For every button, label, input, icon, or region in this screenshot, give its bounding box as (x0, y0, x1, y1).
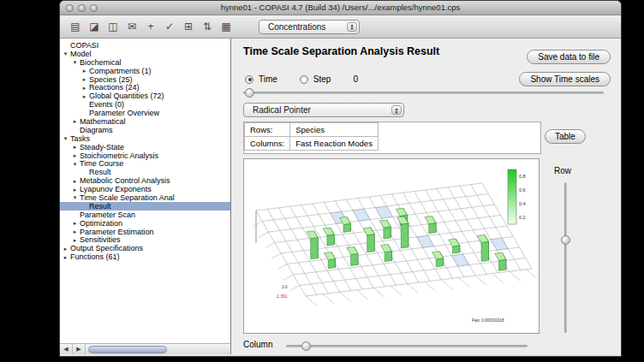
tree-item-compartments-1[interactable]: ▸Compartments (1) (60, 67, 230, 75)
step-value: 0 (353, 74, 358, 84)
tree-item-species-25[interactable]: ▸Species (25) (60, 75, 230, 84)
bar-front-face (436, 258, 444, 267)
tree-item-label: Optimization (79, 219, 122, 228)
tree-item-diagrams[interactable]: Diagrams (60, 126, 230, 134)
main-panel: Time Scale Separation Analysis Result Sa… (231, 39, 621, 354)
scroll-right-icon[interactable]: ▶ (73, 344, 86, 354)
scroll-left-icon[interactable]: ◀ (60, 344, 73, 354)
column-slider[interactable] (286, 345, 528, 347)
collapsed-triangle-icon[interactable]: ▸ (80, 75, 88, 83)
tree-item-events-0[interactable]: Events (0) (60, 100, 230, 109)
tree-item-reactions-24[interactable]: ▸Reactions (24) (60, 83, 230, 92)
tree-item-stoichiometric-analysis[interactable]: ▸Stoichiometric Analysis (60, 151, 230, 160)
step-radio[interactable] (300, 75, 308, 84)
grid-line (287, 237, 513, 264)
expanded-triangle-icon[interactable]: ▾ (71, 193, 79, 201)
collapsed-triangle-icon[interactable]: ▸ (62, 245, 69, 252)
tree-item-biochemical[interactable]: ▾Biochemical (60, 58, 230, 67)
time-radio[interactable] (245, 75, 253, 84)
tree-item-global-quantities-72[interactable]: ▸Global Quantities (72) (60, 92, 230, 100)
collapsed-triangle-icon[interactable]: ▸ (62, 253, 69, 261)
hatch-tick (391, 286, 402, 295)
update-arrows-icon[interactable]: ⇅ (199, 18, 216, 35)
tree-item-lyapunov-exponents[interactable]: ▸Lyapunov Exponents (60, 185, 230, 193)
legend-tick: 0.4 (519, 201, 526, 206)
tree-item-tasks[interactable]: ▾Tasks (60, 134, 230, 143)
tree-item-result[interactable]: Result (60, 168, 230, 176)
tree-item-output-specifications[interactable]: ▸Output Specifications (60, 244, 230, 252)
tree-item-sensitivities[interactable]: ▸Sensitivities (60, 235, 230, 244)
tree-item-optimization[interactable]: ▸Optimization (60, 219, 230, 228)
collapsed-triangle-icon[interactable]: ▸ (71, 177, 79, 185)
collapsed-triangle-icon[interactable]: ▸ (80, 67, 88, 74)
collapsed-triangle-icon[interactable]: ▸ (71, 117, 79, 125)
collapsed-triangle-icon[interactable]: ▸ (80, 84, 88, 92)
tree-item-label: COPASI (69, 41, 98, 50)
tree-item-functions-61[interactable]: ▸Functions (61) (60, 252, 230, 261)
zoom-window-button[interactable] (90, 4, 98, 12)
close-window-button[interactable] (66, 4, 74, 12)
scrollbar-track[interactable] (86, 344, 230, 354)
tree-item-parameter-overview[interactable]: Parameter Overview (60, 109, 230, 117)
scrollbar-thumb[interactable] (88, 346, 167, 353)
bar-front-face (499, 259, 506, 270)
export-mail-icon[interactable]: ✉ (123, 18, 140, 35)
time-slider[interactable] (243, 92, 604, 94)
collapsed-triangle-icon[interactable]: ▸ (71, 151, 79, 159)
value-annotation: 2.391 (277, 294, 288, 299)
copy-icon[interactable]: ⊞ (180, 18, 197, 35)
toolbar: ▤◪◫✉+✓⊞⇅▦ Concentrations ▲▼ (60, 15, 621, 39)
open-folder-icon[interactable]: ◪ (86, 18, 103, 35)
collapsed-triangle-icon[interactable]: ▸ (71, 186, 79, 193)
tree-item-label: Reactions (24) (88, 83, 140, 92)
time-slider-thumb[interactable] (245, 88, 254, 98)
hatch-tick (356, 290, 367, 300)
tree-item-time-course[interactable]: ▾Time Course (60, 159, 230, 168)
bar-top-face (495, 252, 506, 260)
collapsed-triangle-icon[interactable]: ▸ (71, 143, 79, 151)
concentrations-dropdown[interactable]: Concentrations ▲▼ (259, 20, 360, 34)
tree-list: COPASI▾Model▾Biochemical▸Compartments (1… (60, 39, 230, 261)
collapsed-triangle-icon[interactable]: ▸ (71, 228, 79, 235)
show-time-scales-button[interactable]: Show Time scales (519, 72, 611, 86)
tree-item-metabolic-control-analysis[interactable]: ▸Metabolic Control Analysis (60, 176, 230, 185)
bar-top-face (432, 252, 444, 259)
collapsed-triangle-icon[interactable]: ▸ (71, 219, 79, 227)
expanded-triangle-icon[interactable]: ▾ (62, 50, 69, 57)
table-button[interactable]: Table (545, 129, 586, 144)
expanded-triangle-icon[interactable]: ▾ (71, 58, 79, 66)
collapsed-triangle-icon[interactable]: ▸ (80, 92, 88, 100)
tree-item-mathematical[interactable]: ▸Mathematical (60, 117, 230, 126)
save-data-button[interactable]: Save data to file (527, 50, 611, 64)
tree-item-steady-state[interactable]: ▸Steady-State (60, 143, 230, 151)
titlebar[interactable]: hynne01 - COPASI 4.7 (Build 34) /Users/.… (60, 1, 621, 15)
tree-item-label: Time Scale Separation Anal (79, 193, 175, 202)
bar-front-face (351, 253, 358, 265)
bar-top-face (449, 239, 460, 246)
row-slider[interactable] (564, 182, 567, 333)
column-slider-thumb[interactable] (301, 341, 311, 351)
collapsed-triangle-icon[interactable]: ▸ (71, 236, 79, 244)
minimize-window-button[interactable] (78, 4, 86, 12)
tree-item-time-scale-separation-anal[interactable]: ▾Time Scale Separation Anal (60, 193, 230, 202)
save-icon[interactable]: ◫ (104, 18, 122, 35)
tree-item-parameter-scan[interactable]: Parameter Scan (60, 211, 230, 219)
tree-item-parameter-estimation[interactable]: ▸Parameter Estimation (60, 228, 230, 236)
tree-item-copasi[interactable]: COPASI (60, 41, 230, 50)
apply-check-icon[interactable]: ✓ (161, 18, 178, 35)
bar-front-face (367, 234, 375, 252)
print-icon[interactable]: ▤ (67, 18, 84, 35)
pointer-mode-dropdown[interactable]: Radical Pointer ▲▼ (243, 103, 404, 117)
row-slider-thumb[interactable] (561, 235, 570, 245)
expanded-triangle-icon[interactable]: ▾ (71, 160, 79, 168)
tree-item-model[interactable]: ▾Model (60, 50, 230, 58)
sidebar-horizontal-scrollbar[interactable]: ◀ ▶ (60, 343, 230, 354)
tree-item-result[interactable]: Result (60, 202, 230, 211)
add-icon[interactable]: + (142, 18, 159, 35)
tree-item-label: Parameter Scan (79, 211, 135, 219)
toolbar-icons: ▤◪◫✉+✓⊞⇅▦ (67, 18, 236, 35)
columns-value: Fast Reaction Modes (290, 137, 379, 151)
grid-icon[interactable]: ▦ (218, 18, 235, 35)
expanded-triangle-icon[interactable]: ▾ (62, 134, 69, 142)
tree-item-label: Stoichiometric Analysis (79, 151, 158, 160)
